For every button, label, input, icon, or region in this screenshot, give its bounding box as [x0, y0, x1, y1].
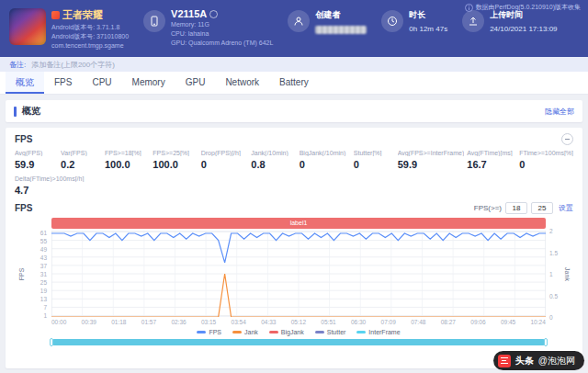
- fps-chart: FPS Jank 61554943373125191371 21.510.50 …: [15, 229, 573, 345]
- overview-title: 概览: [22, 105, 40, 118]
- info-icon: [465, 4, 473, 12]
- y-ticks-right: 21.510.50: [548, 231, 570, 317]
- stat-FTime>=100ms[%]: FTime>=100ms[%]0: [519, 150, 573, 170]
- toutiao-logo-icon: [498, 355, 511, 367]
- app-package: com.tencent.tmgp.sgame: [51, 42, 129, 50]
- stat-FPS>=18[%]: FPS>=18[%]100.0: [105, 150, 150, 170]
- tab-Network[interactable]: Network: [215, 72, 269, 94]
- stat-value: 0: [354, 159, 395, 170]
- legend-item-FPS[interactable]: FPS: [197, 329, 221, 335]
- fps-panel: FPS Avg(FPS)59.9Var(FPS)0.2FPS>=18[%]100…: [6, 128, 582, 368]
- stat-label: Stutter[%]: [354, 150, 395, 156]
- fps-threshold-label: FPS(>=): [474, 204, 502, 212]
- legend-label: BigJank: [281, 329, 304, 335]
- legend-marker: [315, 331, 324, 333]
- stat-Stutter[%]: Stutter[%]0: [354, 150, 395, 170]
- phone-icon: [143, 10, 165, 32]
- x-tick: 00:00: [51, 319, 66, 325]
- x-tick: 03:15: [201, 319, 216, 325]
- plot-area[interactable]: 61554943373125191371 21.510.50: [51, 231, 546, 317]
- stat-Avg(FPS>=InterFrame): Avg(FPS>=InterFrame)59.9: [398, 150, 465, 170]
- content: 概览 隐藏全部 FPS Avg(FPS)59.9Var(FPS)0.2FPS>=…: [0, 95, 588, 368]
- tab-Battery[interactable]: Battery: [269, 72, 319, 94]
- duration-info: 时长 0h 12m 47s: [381, 8, 447, 57]
- app-icon: [9, 8, 46, 45]
- legend-marker: [269, 331, 278, 333]
- y-axis-title-left: FPS: [18, 268, 25, 281]
- stat-BigJank(/10min): BigJank(/10min)0: [300, 150, 351, 170]
- device-memory: Memory: 11G: [171, 21, 273, 28]
- legend-marker: [232, 331, 242, 333]
- tab-Memory[interactable]: Memory: [122, 72, 175, 94]
- stat-value: 16.7: [467, 159, 516, 170]
- watermark-account: @泡泡网: [538, 355, 575, 367]
- y-tick-right: 1: [549, 271, 553, 277]
- y-tick-left: 43: [40, 254, 47, 260]
- x-tick: 06:30: [351, 319, 366, 325]
- legend-label: FPS: [209, 329, 221, 335]
- fps-stats-row1: Avg(FPS)59.9Var(FPS)0.2FPS>=18[%]100.0FP…: [15, 150, 573, 170]
- collect-note-text: 数据由PerfDog(5.0.210910)版本收集: [476, 3, 581, 12]
- legend-label: InterFrame: [368, 329, 400, 335]
- device-gpu: GPU: Qualcomm Adreno (TM) 642L: [171, 40, 273, 47]
- legend-marker: [356, 331, 366, 333]
- y-tick-left: 31: [40, 271, 47, 277]
- stat-value: 0: [519, 159, 573, 170]
- stat-label: BigJank(/10min): [300, 150, 351, 156]
- legend-item-Jank[interactable]: Jank: [232, 329, 258, 335]
- hide-all-link[interactable]: 隐藏全部: [545, 107, 574, 117]
- collapse-button[interactable]: [561, 133, 573, 145]
- creator-name-redacted: [315, 26, 367, 34]
- watermark-brand: 头条: [515, 355, 534, 367]
- stat-Avg(FPS): Avg(FPS)59.9: [15, 150, 58, 170]
- x-tick: 09:06: [470, 319, 485, 325]
- y-tick-left: 25: [40, 279, 47, 286]
- y-tick-left: 7: [43, 304, 47, 311]
- duration-value: 0h 12m 47s: [409, 25, 447, 33]
- clock-icon: [381, 10, 403, 32]
- scene-label-band[interactable]: label1: [51, 218, 546, 229]
- fps-threshold-high-input[interactable]: [531, 202, 553, 214]
- x-tick: 01:57: [141, 319, 156, 325]
- tab-CPU[interactable]: CPU: [82, 72, 121, 94]
- y-tick-left: 55: [40, 237, 47, 243]
- legend-item-BigJank[interactable]: BigJank: [269, 329, 304, 335]
- tab-FPS[interactable]: FPS: [44, 72, 82, 94]
- stat-value: 0: [201, 159, 249, 170]
- x-tick: 09:45: [501, 319, 515, 325]
- device-info-icon[interactable]: [209, 10, 218, 18]
- stat-Var(FPS): Var(FPS)0.2: [61, 150, 102, 170]
- stat-Jank(/10min): Jank(/10min)0.8: [251, 150, 296, 170]
- stat-value: 59.9: [398, 159, 465, 170]
- app-version-line1: Android版本号: 3.71.1.8: [51, 24, 129, 31]
- y-ticks-left: 61554943373125191371: [26, 231, 49, 317]
- stat-value: 0.2: [61, 159, 102, 170]
- y-tick-right: 2: [549, 228, 553, 234]
- app-title: 王者荣耀: [62, 8, 103, 22]
- stat-value: 100.0: [105, 159, 150, 170]
- y-tick-left: 49: [40, 245, 47, 252]
- note-placeholder: 添加备注(上限200个字符): [31, 60, 115, 70]
- legend-item-InterFrame[interactable]: InterFrame: [356, 329, 400, 335]
- section-marker: [14, 107, 17, 117]
- tab-GPU[interactable]: GPU: [175, 72, 216, 94]
- stat-value: 4.7: [15, 185, 573, 196]
- legend-label: Stutter: [327, 329, 346, 335]
- x-tick: 02:36: [171, 319, 186, 325]
- fps-threshold-low-input[interactable]: [505, 202, 527, 214]
- stat-label: FPS>=25[%]: [153, 150, 198, 156]
- stat-label: Avg(FTime)[ms]: [467, 150, 516, 156]
- stat-label: Drop(FPS)[/h]: [201, 150, 249, 156]
- stat-Avg(FTime)[ms]: Avg(FTime)[ms]16.7: [467, 150, 516, 170]
- legend-label: Jank: [244, 329, 258, 335]
- stat-Delta(FTime)>100ms[/h]: Delta(FTime)>100ms[/h]4.7: [15, 175, 573, 196]
- note-bar[interactable]: 备注: 添加备注(上限200个字符): [0, 57, 588, 72]
- plot-svg: [51, 231, 546, 317]
- stat-FPS>=25[%]: FPS>=25[%]100.0: [153, 150, 198, 170]
- y-tick-left: 37: [40, 262, 47, 268]
- chart-zoom-slider[interactable]: [51, 339, 546, 345]
- legend-item-Stutter[interactable]: Stutter: [315, 329, 346, 335]
- tab-概览[interactable]: 概览: [6, 72, 44, 94]
- threshold-apply-link[interactable]: 设置: [559, 203, 573, 213]
- watermark: 头条 @泡泡网: [493, 351, 584, 370]
